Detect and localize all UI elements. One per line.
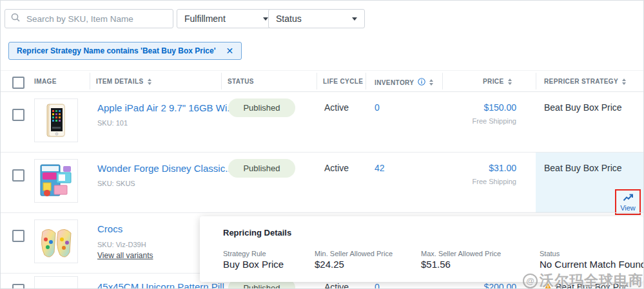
- popup-title: Repricing Details: [223, 228, 291, 238]
- fulfillment-select[interactable]: Fulfillment: [177, 9, 276, 28]
- column-header-status-label: STATUS: [228, 78, 254, 85]
- header-divider: [221, 73, 222, 89]
- table-top-divider: [1, 70, 644, 71]
- view-all-variants-link[interactable]: View all variants: [97, 251, 153, 260]
- strategy-rule-value: Buy Box Price: [223, 259, 284, 270]
- view-label: View: [620, 205, 636, 212]
- search-input[interactable]: [25, 14, 167, 24]
- product-image-disney-game[interactable]: [34, 159, 78, 203]
- column-header-life-cycle: LIFE CYCLE: [323, 78, 363, 85]
- game-box-illustration: [37, 162, 75, 200]
- status-badge: Published: [228, 159, 295, 178]
- min-seller-allowed-price-label: Min. Seller Allowed Price: [315, 250, 393, 257]
- column-header-inventory[interactable]: INVENTORY: [375, 78, 433, 87]
- repricing-status-value: No Current Match Found: [540, 259, 644, 270]
- chevron-down-icon: [263, 17, 268, 21]
- column-header-image-label: IMAGE: [34, 78, 57, 85]
- shipping-note: Free Shipping: [439, 178, 516, 185]
- sort-icon[interactable]: [429, 79, 433, 86]
- repricer-strategy-value: Beat Buy Box Price: [544, 163, 622, 173]
- ipad-illustration: [39, 102, 73, 138]
- column-header-inventory-label: INVENTORY: [375, 79, 414, 86]
- strategy-rule-label: Strategy Rule: [223, 250, 266, 257]
- column-header-repricer-strategy-label: REPRICER STRATEGY: [544, 78, 618, 85]
- watermark-text: 沃尔玛全球电商: [540, 271, 643, 289]
- column-header-item-details[interactable]: ITEM DETAILS: [96, 78, 151, 85]
- column-header-price-label: PRICE: [483, 78, 504, 85]
- row-checkbox[interactable]: [12, 230, 24, 242]
- shipping-note: Free Shipping: [439, 117, 516, 125]
- column-header-life-cycle-label: LIFE CYCLE: [323, 78, 363, 85]
- status-badge: Published: [228, 98, 295, 117]
- row-divider: [1, 212, 644, 213]
- header-divider: [317, 73, 317, 89]
- column-header-item-details-label: ITEM DETAILS: [96, 78, 144, 85]
- price-link[interactable]: $200.00: [439, 282, 516, 289]
- repricing-status-label: Status: [540, 250, 560, 257]
- column-header-price[interactable]: PRICE: [483, 78, 512, 85]
- item-sku: SKU: 101: [97, 119, 128, 127]
- life-cycle-value: Active: [324, 282, 349, 289]
- row-divider: [1, 152, 644, 153]
- column-header-repricer-strategy[interactable]: REPRICER STRATEGY: [544, 78, 626, 85]
- repricer-strategy-value: Beat Buy Box Price: [544, 102, 622, 113]
- chevron-down-icon: [352, 17, 357, 21]
- inventory-link[interactable]: 0: [375, 282, 380, 289]
- info-icon[interactable]: [418, 78, 425, 87]
- select-all-checkbox[interactable]: [12, 77, 24, 89]
- row-checkbox[interactable]: [12, 109, 24, 121]
- row-checkbox[interactable]: [12, 284, 24, 289]
- row-checkbox[interactable]: [12, 169, 24, 182]
- header-divider: [536, 73, 536, 89]
- search-box[interactable]: [5, 9, 173, 28]
- min-seller-allowed-price-value: $24.25: [315, 259, 344, 270]
- status-select-label: Status: [276, 14, 302, 24]
- sort-icon[interactable]: [622, 79, 626, 85]
- header-divider: [90, 73, 90, 89]
- column-header-status: STATUS: [228, 78, 254, 85]
- fulfillment-select-label: Fulfillment: [184, 14, 226, 24]
- product-image-crocs[interactable]: [34, 219, 78, 263]
- life-cycle-value: Active: [324, 163, 349, 173]
- inventory-link[interactable]: 0: [375, 102, 380, 113]
- crocs-illustration: [37, 223, 75, 260]
- price-link[interactable]: $150.00: [439, 102, 516, 113]
- item-title-link[interactable]: Wonder Forge Disney Classic...: [97, 163, 233, 174]
- filter-chip-repricer-strategy: Repricer Strategy Name contains 'Beat Bu…: [8, 42, 242, 60]
- life-cycle-value: Active: [324, 102, 349, 113]
- product-image-pillow[interactable]: [34, 276, 78, 289]
- header-divider: [442, 73, 443, 89]
- watermark: @ 沃尔玛全球电商: [523, 271, 643, 289]
- header-divider: [366, 73, 366, 89]
- item-sku: SKU: Viz-D39H: [97, 241, 146, 248]
- sort-icon[interactable]: [148, 79, 151, 85]
- header-bottom-divider: [1, 91, 644, 92]
- item-title-link[interactable]: 45x45CM Unicorn Pattern Pill: [97, 281, 224, 289]
- item-sku: SKU: SKUS: [97, 180, 135, 187]
- watermark-at-icon: @: [523, 274, 538, 288]
- status-select[interactable]: Status: [268, 9, 365, 28]
- max-seller-allowed-price-label: Max. Seller Allowed Price: [421, 250, 501, 257]
- max-seller-allowed-price-value: $51.56: [421, 259, 451, 270]
- sort-icon[interactable]: [508, 79, 512, 85]
- product-image-ipad[interactable]: [34, 98, 78, 142]
- view-repricing-details-button[interactable]: View: [615, 189, 641, 215]
- item-title-link[interactable]: Apple iPad Air 2 9.7" 16GB Wi...: [97, 102, 235, 113]
- search-icon: [11, 13, 20, 24]
- inventory-link[interactable]: 42: [375, 163, 385, 173]
- filter-chip-text: Repricer Strategy Name contains 'Beat Bu…: [17, 46, 215, 55]
- close-icon[interactable]: ✕: [226, 46, 233, 55]
- trend-chart-icon: [623, 192, 634, 204]
- item-title-link[interactable]: Crocs: [97, 223, 122, 234]
- price-link[interactable]: $31.00: [439, 163, 516, 173]
- repricer-items-page: Fulfillment Status Repricer Strategy Nam…: [0, 0, 644, 289]
- column-header-image: IMAGE: [34, 78, 57, 85]
